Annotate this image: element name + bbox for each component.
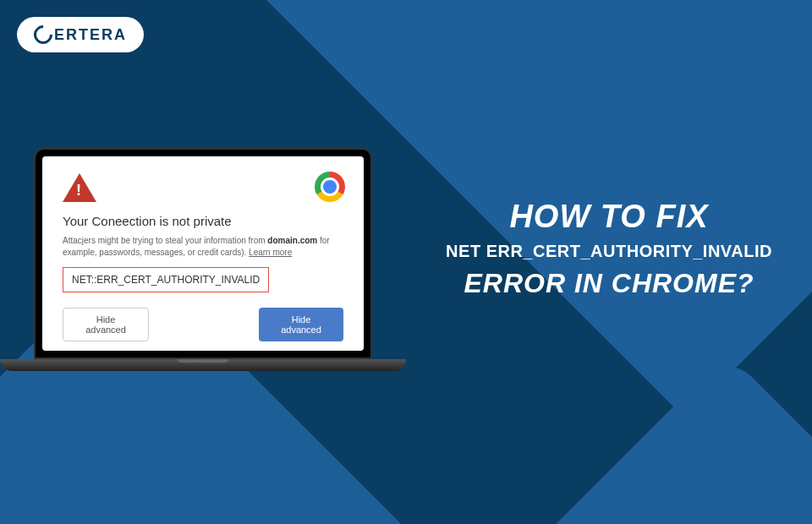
- error-description: Attacjers might be trying to steal your …: [63, 235, 343, 259]
- headline-line1: HOW TO FIX: [440, 199, 778, 235]
- headline-block: HOW TO FIX NET ERR_CERT_AUTHORITY_INVALI…: [440, 199, 778, 299]
- dialog-button-row: Hide advanced Hide advanced: [63, 308, 343, 341]
- laptop-screen: Your Coneection is not private Attacjers…: [34, 148, 372, 359]
- warning-text-part1: Attacjers might be trying to steal your …: [63, 236, 267, 245]
- logo-text: ERTERA: [54, 26, 127, 44]
- logo-badge: ERTERA: [17, 17, 144, 52]
- browser-error-page: Your Coneection is not private Attacjers…: [42, 156, 364, 351]
- headline-line2: NET ERR_CERT_AUTHORITY_INVALID: [440, 242, 778, 261]
- error-code-box: NET::ERR_CERT_AUTHORITY_INVALID: [63, 267, 269, 292]
- laptop-mockup: Your Coneection is not private Attacjers…: [34, 148, 406, 371]
- error-title: Your Coneection is not private: [63, 214, 343, 228]
- hide-advanced-button-outline[interactable]: Hide advanced: [63, 308, 149, 341]
- learn-more-link[interactable]: Learn more: [249, 248, 292, 257]
- laptop-base: [0, 359, 406, 371]
- logo-c-icon: [30, 21, 56, 47]
- warning-domain: domain.com: [267, 236, 317, 245]
- warning-triangle-icon: [63, 173, 96, 202]
- headline-line3: ERROR IN CHROME?: [440, 268, 778, 299]
- hide-advanced-button-primary[interactable]: Hide advanced: [259, 308, 343, 341]
- chrome-icon: [315, 172, 345, 202]
